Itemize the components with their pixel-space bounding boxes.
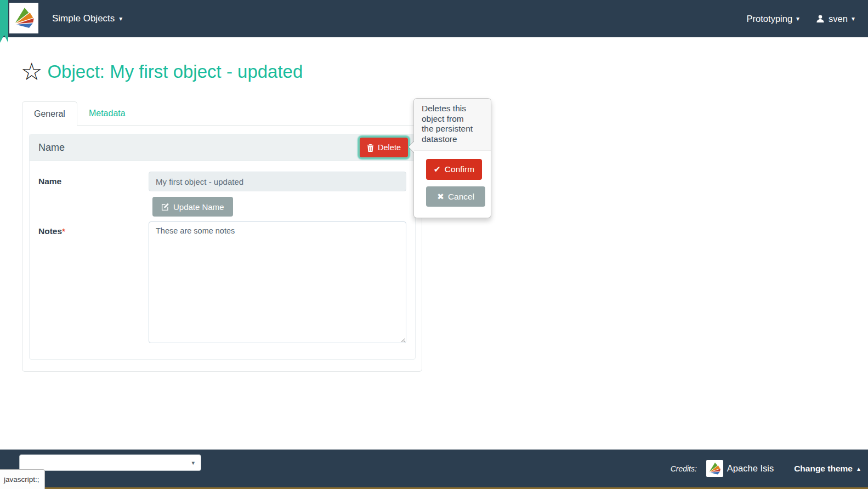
tab-general-label: General [34, 109, 65, 119]
chevron-down-icon: ▾ [796, 15, 799, 22]
footer-bar: ▾ Credits: Apache Isis Change theme ▴ [0, 450, 868, 489]
tab-general[interactable]: General [22, 101, 77, 126]
application-window: Simple Objects ▾ Prototyping ▾ sven ▾ ☆ … [0, 0, 868, 489]
menu-simple-objects[interactable]: Simple Objects ▾ [52, 0, 122, 37]
required-marker: * [62, 226, 65, 236]
chevron-down-icon: ▾ [191, 460, 195, 466]
notes-label-text: Notes [38, 226, 62, 236]
user-name-label: sven [829, 14, 848, 24]
name-input[interactable] [149, 172, 406, 191]
change-theme-button[interactable]: Change theme ▴ [794, 464, 860, 474]
chevron-down-icon: ▾ [852, 15, 855, 22]
panel-title: Name [38, 142, 65, 153]
confirm-button-label: Confirm [445, 164, 474, 174]
notes-field-col: These are some notes [149, 221, 406, 345]
name-field-label: Name [38, 172, 149, 217]
delete-confirmation-popover: Deletes this object from the persistent … [413, 98, 491, 218]
tab-bar: General Metadata [22, 101, 137, 126]
popover-body: ✔ Confirm ✖ Cancel [414, 151, 491, 218]
tab-pane-general: Name Delete Name [22, 125, 422, 372]
name-field-col: Update Name [149, 172, 406, 217]
edit-icon [161, 203, 169, 211]
notes-field-label: Notes* [38, 221, 149, 345]
menu-user[interactable]: sven ▾ [816, 14, 855, 24]
apache-isis-link[interactable]: Apache Isis [727, 463, 774, 474]
name-panel-heading: Name Delete [30, 134, 415, 161]
credits-label: Credits: [671, 464, 697, 473]
status-text: javascript:; [4, 475, 39, 484]
delete-button-label: Delete [378, 143, 401, 152]
popover-arrow-fill [409, 141, 414, 152]
apache-isis-logo [706, 460, 723, 477]
notes-field-row: Notes* These are some notes [38, 221, 406, 345]
prototyping-label: Prototyping [747, 14, 792, 24]
browser-status-tooltip: javascript:; [0, 469, 45, 489]
isis-fan-logo-icon [707, 461, 722, 476]
credits-section: Credits: Apache Isis Change theme ▴ [671, 450, 860, 487]
check-icon: ✔ [434, 164, 441, 174]
change-theme-label: Change theme [794, 464, 853, 474]
cancel-button-label: Cancel [448, 192, 474, 202]
star-icon: ☆ [21, 60, 42, 84]
name-panel: Name Delete Name [29, 134, 416, 360]
brand-label: Simple Objects [52, 13, 115, 24]
user-icon [816, 14, 825, 23]
confirm-button[interactable]: ✔ Confirm [426, 159, 482, 180]
name-field-row: Name Update Name [38, 172, 406, 217]
theme-select[interactable]: ▾ [19, 454, 201, 471]
navbar-right: Prototyping ▾ sven ▾ [747, 0, 855, 37]
cancel-button[interactable]: ✖ Cancel [426, 186, 485, 207]
cross-icon: ✖ [437, 192, 444, 202]
trash-icon [367, 144, 374, 152]
update-name-button[interactable]: Update Name [152, 197, 233, 217]
popover-description: Deletes this object from the persistent … [414, 99, 491, 151]
tab-metadata-label: Metadata [89, 109, 126, 118]
isis-fan-logo-icon [12, 5, 37, 31]
menu-prototyping[interactable]: Prototyping ▾ [747, 14, 800, 24]
top-navbar: Simple Objects ▾ Prototyping ▾ sven ▾ [0, 0, 868, 37]
page-title-row: ☆ Object: My first object - updated [21, 60, 303, 84]
chevron-up-icon: ▴ [857, 465, 860, 472]
name-panel-body: Name Update Name [30, 161, 415, 345]
app-logo[interactable] [9, 3, 38, 33]
update-name-label: Update Name [173, 202, 224, 212]
page-title: Object: My first object - updated [47, 61, 303, 82]
delete-button[interactable]: Delete [360, 138, 408, 157]
tab-metadata[interactable]: Metadata [77, 101, 137, 126]
notes-textarea[interactable]: These are some notes [149, 221, 406, 343]
chevron-down-icon: ▾ [119, 15, 122, 22]
